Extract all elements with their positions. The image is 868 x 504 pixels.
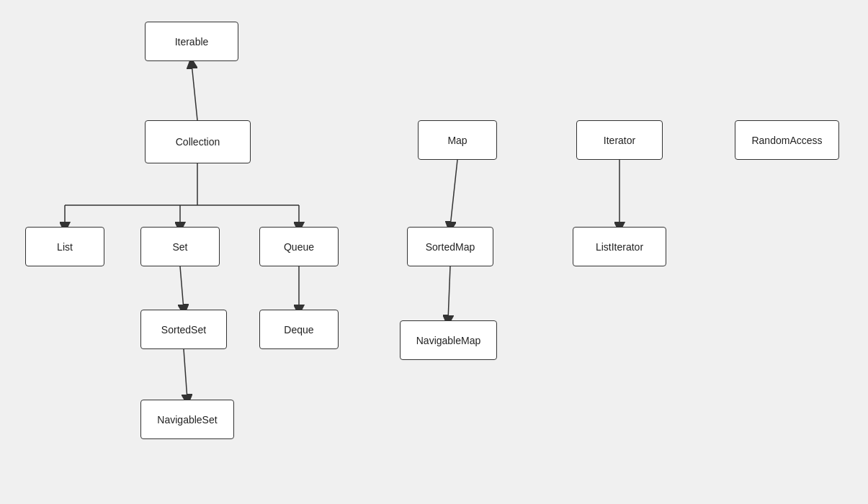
node-listiterator: ListIterator bbox=[573, 227, 666, 266]
node-iterator: Iterator bbox=[576, 120, 663, 160]
node-map: Map bbox=[418, 120, 497, 160]
diagram-container: Iterable Collection List Set Queue Sorte… bbox=[0, 0, 868, 504]
node-navigableset: NavigableSet bbox=[140, 400, 234, 439]
node-sortedmap: SortedMap bbox=[407, 227, 493, 266]
svg-line-11 bbox=[448, 266, 450, 320]
node-set: Set bbox=[140, 227, 220, 266]
svg-line-10 bbox=[450, 160, 457, 227]
node-randomaccess: RandomAccess bbox=[735, 120, 839, 160]
node-collection: Collection bbox=[145, 120, 251, 163]
svg-line-9 bbox=[184, 349, 187, 400]
node-iterable: Iterable bbox=[145, 22, 238, 61]
svg-line-1 bbox=[192, 63, 197, 120]
node-navigablemap: NavigableMap bbox=[400, 320, 497, 360]
svg-line-7 bbox=[180, 266, 184, 310]
node-deque: Deque bbox=[259, 310, 339, 349]
node-sortedset: SortedSet bbox=[140, 310, 227, 349]
node-list: List bbox=[25, 227, 104, 266]
node-queue: Queue bbox=[259, 227, 339, 266]
